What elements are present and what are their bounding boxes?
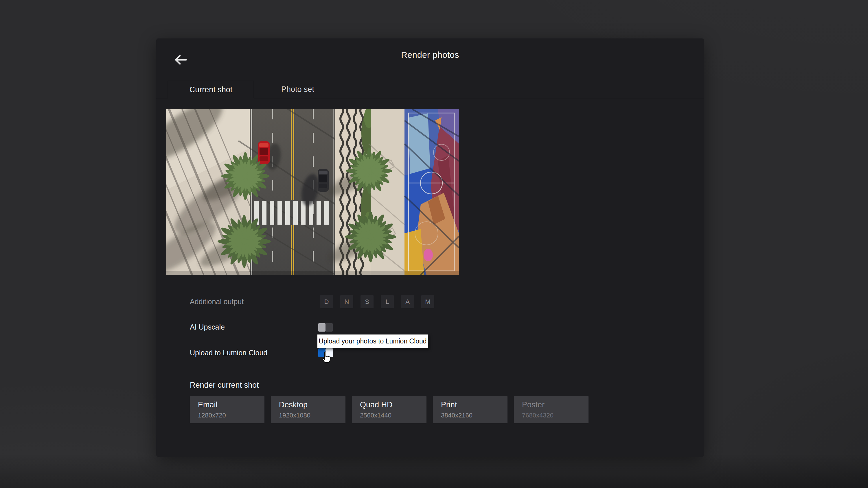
ai-upscale-label: AI Upscale [190,323,225,331]
black-car [318,169,329,192]
output-option-d[interactable]: D [320,295,333,308]
size-resolution: 1920x1080 [279,412,345,419]
size-resolution: 7680x4320 [522,412,589,419]
red-car [258,141,270,164]
output-option-l[interactable]: L [381,295,394,308]
dialog-title: Render photos [156,50,704,60]
render-current-shot-heading: Render current shot [190,381,259,390]
render-preview-image [166,109,459,275]
toggle-knob [326,348,333,357]
size-name: Print [441,400,507,410]
tab-photo-set[interactable]: Photo set [254,80,341,98]
additional-output-options: D N S L A M [320,295,434,308]
output-option-m[interactable]: M [421,295,434,308]
toggle-track [326,323,333,332]
size-resolution: 3840x2160 [441,412,507,419]
size-name: Desktop [279,400,345,410]
render-size-print[interactable]: Print 3840x2160 [433,396,507,423]
size-name: Quad HD [360,400,427,410]
upload-cloud-label: Upload to Lumion Cloud [190,349,267,357]
size-resolution: 2560x1440 [360,412,427,419]
size-name: Email [198,400,265,410]
tab-bar: Current shot Photo set [156,80,704,98]
output-option-s[interactable]: S [361,295,374,308]
render-size-buttons: Email 1280x720 Desktop 1920x1080 Quad HD… [190,396,589,423]
output-option-a[interactable]: A [401,295,414,308]
toggle-knob [318,323,326,332]
cloud-upload-tooltip: Upload your photos to Lumion Cloud [317,334,428,348]
aerial-street-scene [166,109,459,275]
render-size-desktop[interactable]: Desktop 1920x1080 [271,396,345,423]
output-option-n[interactable]: N [340,295,353,308]
upload-cloud-toggle[interactable] [318,348,333,357]
render-size-email[interactable]: Email 1280x720 [190,396,265,423]
additional-output-label: Additional output [190,297,244,306]
size-resolution: 1280x720 [198,412,265,419]
ground-mural [404,109,459,275]
tab-current-shot[interactable]: Current shot [168,80,254,98]
render-size-poster: Poster 7680x4320 [514,396,589,423]
render-photos-dialog: Render photos Current shot Photo set [156,38,704,457]
toggle-track [318,348,326,357]
ai-upscale-toggle[interactable] [318,323,333,332]
size-name: Poster [522,400,589,410]
render-size-quad-hd[interactable]: Quad HD 2560x1440 [352,396,427,423]
